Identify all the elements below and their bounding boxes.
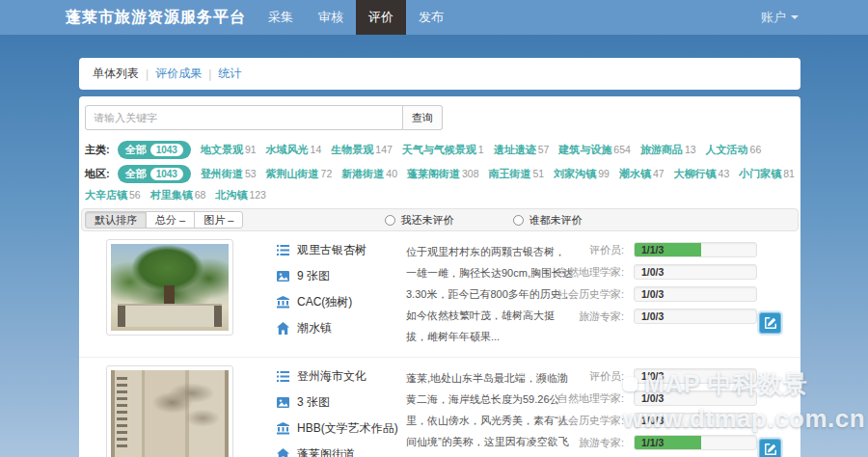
region-filter-name: 村里集镇 — [150, 189, 193, 201]
category-filter-count: 147 — [375, 144, 393, 155]
region-row: 蓬莱阁街道 — [277, 446, 385, 457]
region-filter-item[interactable]: 刘家沟镇99 — [554, 167, 610, 181]
region-filter-item[interactable]: 登州街道53 — [201, 167, 257, 181]
nav-item-publish[interactable]: 发布 — [406, 0, 456, 35]
content-panel: 查询 主类: 全部1043地文景观91水域风光14生物景观147天气与气候景观1… — [79, 96, 800, 457]
evaluation-list: 评价员:1/0/3自然地理学家:1/0/3社会历史学家:1/0/3旅游专家:1/… — [540, 368, 776, 457]
eval-role-label: 评价员: — [540, 243, 634, 257]
region-filter-item[interactable]: 小门家镇81 — [739, 167, 795, 181]
image-icon — [277, 270, 289, 282]
category-filter-item[interactable]: 天气与气候景观1 — [402, 143, 484, 157]
region-filter-count: 81 — [783, 168, 795, 179]
eval-row: 社会历史学家:1/0/3 — [540, 413, 776, 428]
region-filter-item[interactable]: 南王街道51 — [489, 167, 545, 181]
eval-row: 自然地理学家:1/0/3 — [540, 390, 776, 406]
category-filter-item[interactable]: 人文活动66 — [706, 143, 762, 157]
edit-button[interactable] — [759, 439, 781, 457]
category-filter-name: 天气与气候景观 — [402, 144, 476, 155]
eval-role-label: 社会历史学家: — [540, 287, 634, 302]
resource-list: 观里古银杏树 9 张图 CAC(独树) 潮水镇 位于观里村村东 — [79, 231, 800, 457]
region-filter-count: 56 — [129, 189, 141, 201]
nav-item-review[interactable]: 审核 — [306, 0, 356, 35]
region-filter-item[interactable]: 北沟镇123 — [215, 188, 266, 202]
region-filter-item[interactable]: 大柳行镇43 — [674, 167, 730, 181]
progress-bar: 1/0/3 — [634, 368, 757, 384]
category-filter-item[interactable]: 生物景观147 — [331, 143, 393, 157]
resource-name-row: 观里古银杏树 — [277, 242, 385, 258]
category-filter-count: 66 — [750, 144, 762, 155]
region-filter-all[interactable]: 全部1043 — [118, 165, 191, 183]
edit-button[interactable] — [759, 312, 781, 334]
sort-button-default[interactable]: 默认排序 — [85, 211, 147, 228]
resource-name[interactable]: 登州海市文化 — [297, 368, 366, 385]
region-filter-name: 紫荆山街道 — [266, 168, 319, 179]
tab-separator: | — [208, 67, 211, 81]
eval-role-label: 旅游专家: — [540, 309, 634, 324]
list-icon — [277, 244, 289, 256]
category-filter-name: 建筑与设施 — [558, 144, 611, 155]
region-all-label: 全部 — [125, 167, 147, 181]
region-filter-item[interactable]: 村里集镇68 — [150, 188, 206, 202]
radio-not-evaluated-by-me[interactable]: 我还未评价 — [385, 213, 453, 228]
photo-count: 3 张图 — [297, 394, 330, 411]
category-filter-item[interactable]: 建筑与设施654 — [558, 143, 631, 157]
region-filter-name: 潮水镇 — [619, 168, 651, 179]
category-filter-item[interactable]: 地文景观91 — [201, 143, 257, 157]
photo-count-row: 9 张图 — [277, 268, 385, 284]
filter-radios: 我还未评价谁都未评价 — [385, 213, 582, 228]
region-filter-row: 地区: 全部1043登州街道53紫荆山街道72新港街道40蓬莱阁街道308南王街… — [85, 165, 795, 202]
nav-item-collect[interactable]: 采集 — [256, 0, 306, 35]
category-filter-label: 主类: — [85, 143, 110, 157]
category-filter-count: 13 — [685, 144, 696, 155]
account-menu[interactable]: 账户 — [761, 0, 799, 35]
sort-button-image[interactable]: 图片 – — [194, 211, 243, 228]
category-filter-row: 主类: 全部1043地文景观91水域风光14生物景观147天气与气候景观1遗址遗… — [85, 141, 795, 159]
region-filter-item[interactable]: 蓬莱阁街道308 — [407, 167, 479, 181]
resource-thumbnail[interactable] — [106, 365, 233, 457]
region-filter-item[interactable]: 新港街道40 — [341, 167, 397, 181]
classification-code: CAC(独树) — [297, 294, 352, 310]
radio-label: 我还未评价 — [400, 213, 453, 228]
search-input[interactable] — [85, 105, 403, 130]
filters: 主类: 全部1043地文景观91水域风光14生物景观147天气与气候景观1遗址遗… — [79, 136, 800, 202]
photo-count-row: 3 张图 — [277, 394, 385, 411]
eval-row: 社会历史学家:1/0/3 — [540, 286, 776, 302]
progress-bar: 1/0/3 — [634, 286, 757, 302]
edit-pencil-icon — [765, 317, 776, 329]
eval-role-label: 自然地理学家: — [540, 391, 634, 406]
region-filter-count: 72 — [321, 168, 333, 179]
category-filter-item[interactable]: 水域风光14 — [266, 143, 322, 157]
region-filter-item[interactable]: 紫荆山街道72 — [266, 167, 333, 181]
region-filter-name: 大辛店镇 — [85, 189, 127, 201]
region-filter-label: 地区: — [85, 167, 110, 181]
tab-stats[interactable]: 统计 — [218, 66, 241, 82]
sort-button-score[interactable]: 总分 – — [146, 211, 195, 228]
tab-results[interactable]: 评价成果 — [155, 66, 202, 82]
region-filter-count: 123 — [249, 189, 266, 201]
search-button[interactable]: 查询 — [403, 105, 443, 130]
account-label: 账户 — [761, 0, 786, 35]
list-icon — [277, 370, 289, 383]
region-filter-count: 308 — [462, 168, 479, 179]
classification-row: CAC(独树) — [277, 294, 385, 310]
region-name: 潮水镇 — [297, 320, 332, 336]
eval-role-label: 旅游专家: — [540, 436, 634, 450]
region-filter-item[interactable]: 大辛店镇56 — [85, 188, 141, 202]
region-filter-count: 40 — [386, 168, 397, 179]
home-icon — [277, 448, 289, 457]
edit-pencil-icon — [765, 444, 776, 455]
region-filter-item[interactable]: 潮水镇47 — [619, 167, 665, 181]
nav-item-evaluate[interactable]: 评价 — [356, 0, 406, 35]
category-filter-all[interactable]: 全部1043 — [118, 141, 191, 159]
category-filter-item[interactable]: 遗址遗迹57 — [494, 143, 550, 157]
resource-name[interactable]: 观里古银杏树 — [297, 242, 366, 258]
resource-thumbnail[interactable] — [106, 239, 233, 336]
progress-bar: 1/1/3 — [634, 435, 757, 450]
region-filter-count: 53 — [245, 168, 257, 179]
category-filter-item[interactable]: 旅游商品13 — [640, 143, 696, 157]
region-filter-count: 99 — [598, 168, 610, 179]
progress-value: 1/0/3 — [641, 265, 664, 279]
radio-not-evaluated-by-anyone[interactable]: 谁都未评价 — [513, 213, 582, 228]
tab-list[interactable]: 单体列表 — [93, 66, 139, 82]
region-filter-name: 蓬莱阁街道 — [407, 168, 460, 179]
